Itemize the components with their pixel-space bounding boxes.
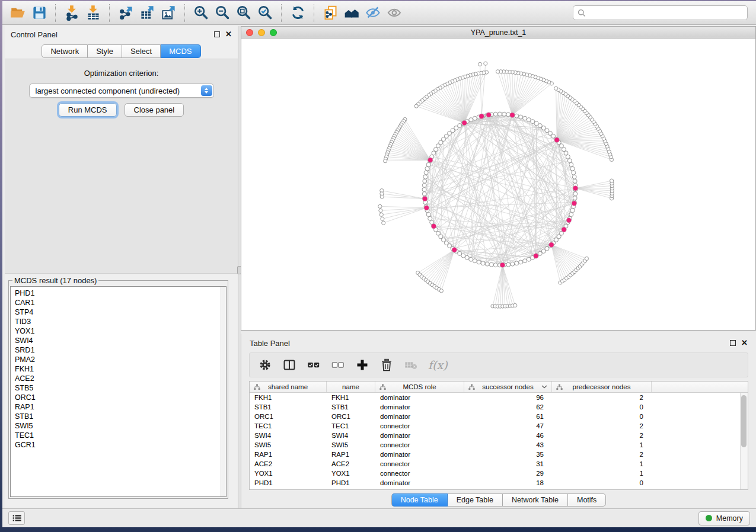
mcds-result-item[interactable]: STB1 — [15, 412, 226, 421]
cell-name: RAP1 — [327, 450, 375, 459]
tab-style[interactable]: Style — [88, 44, 122, 58]
import-network-button[interactable] — [61, 3, 82, 23]
zoom-in-icon — [193, 5, 209, 21]
duplicate-network-button[interactable] — [320, 3, 341, 23]
function-builder-icon[interactable]: f(x) — [428, 358, 448, 371]
split-panel-button[interactable] — [282, 358, 296, 372]
network-window-titlebar[interactable]: YPA_prune.txt_1 — [241, 27, 755, 39]
float-panel-icon[interactable] — [214, 31, 220, 37]
minimize-window-button[interactable] — [258, 29, 265, 36]
tree-icon — [468, 384, 475, 390]
mcds-tab-panel: Optimization criterion: largest connecte… — [5, 59, 238, 274]
column-header-predecessor-nodes[interactable]: predecessor nodes — [552, 382, 652, 392]
zoom-selected-button[interactable] — [254, 3, 276, 23]
export-image-button[interactable] — [158, 3, 179, 23]
save-session-button[interactable] — [28, 3, 50, 23]
table-scrollbar-thumb[interactable] — [741, 395, 747, 447]
cell-MCDS-role: dominator — [375, 450, 464, 459]
mcds-result-item[interactable]: STP4 — [15, 307, 226, 317]
close-table-panel-icon[interactable]: ✕ — [741, 340, 748, 346]
show-graphics-details-button[interactable] — [384, 3, 405, 23]
export-network-button[interactable] — [115, 3, 136, 23]
close-panel-icon[interactable]: ✕ — [225, 31, 232, 37]
control-panel: Control Panel ✕ NetworkStyleSelectMCDS O… — [5, 26, 238, 508]
table-row[interactable]: SWI4SWI4dominator462 — [250, 431, 740, 440]
mcds-result-item[interactable]: FKH1 — [15, 364, 226, 374]
zoom-in-button[interactable] — [190, 3, 212, 23]
close-panel-button[interactable]: Close panel — [125, 103, 184, 117]
column-header-MCDS-role[interactable]: MCDS role — [375, 382, 464, 392]
add-column-button[interactable] — [355, 358, 369, 372]
cell-name: SWI5 — [327, 440, 375, 450]
hide-graphics-details-button[interactable] — [362, 3, 384, 23]
mcds-result-item[interactable]: ACE2 — [15, 374, 226, 383]
mcds-result-item[interactable]: RAP1 — [15, 402, 226, 412]
cell-name: TEC1 — [327, 421, 375, 431]
tab-mcds[interactable]: MCDS — [161, 44, 200, 58]
table-row[interactable]: PHD1PHD1dominator180 — [250, 478, 740, 488]
mcds-result-item[interactable]: CAR1 — [15, 298, 226, 307]
mcds-result-item[interactable]: STB5 — [15, 383, 226, 393]
mcds-result-item[interactable]: SRD1 — [15, 345, 226, 355]
criterion-dropdown[interactable]: largest connected component (undirected) — [29, 84, 214, 98]
delete-table-button[interactable] — [404, 358, 418, 372]
float-table-panel-icon[interactable] — [730, 340, 736, 346]
run-mcds-button[interactable]: Run MCDS — [59, 103, 117, 117]
mcds-result-item[interactable]: SWI4 — [15, 336, 226, 345]
maximize-window-button[interactable] — [270, 29, 277, 36]
column-header-successor-nodes[interactable]: successor nodes — [464, 382, 552, 392]
refresh-button[interactable] — [287, 3, 308, 23]
duplicate-network-icon — [323, 5, 339, 21]
import-table-button[interactable] — [82, 3, 104, 23]
mcds-result-item[interactable]: TID3 — [15, 317, 226, 326]
mcds-result-item[interactable]: PHD1 — [15, 289, 226, 298]
zoom-selected-icon — [257, 5, 273, 21]
table-row[interactable]: TEC1TEC1connector472 — [250, 421, 740, 431]
table-row[interactable]: RAP1RAP1dominator352 — [250, 450, 740, 459]
tab-network-table[interactable]: Network Table — [503, 493, 568, 507]
network-canvas[interactable] — [241, 39, 755, 330]
cell-shared-name: SWI4 — [250, 431, 327, 440]
table-row[interactable]: ORC1ORC1dominator610 — [250, 412, 740, 421]
task-history-button[interactable] — [8, 511, 25, 525]
export-table-button[interactable] — [136, 3, 158, 23]
close-window-button[interactable] — [246, 29, 253, 36]
mcds-result-item[interactable]: ORC1 — [15, 393, 226, 402]
open-file-button[interactable] — [7, 3, 28, 23]
overview-button[interactable] — [341, 3, 362, 23]
mcds-result-item[interactable]: PMA2 — [15, 355, 226, 364]
mcds-result-list[interactable]: PHD1CAR1STP4TID3YOX1SWI4SRD1PMA2FKH1ACE2… — [10, 286, 227, 497]
toolbar-separator — [109, 4, 110, 22]
column-header-name[interactable]: name — [327, 382, 375, 392]
mcds-result-item[interactable]: GCR1 — [15, 440, 226, 450]
delete-columns-button[interactable] — [379, 358, 394, 372]
cell-successor-nodes: 29 — [464, 469, 552, 478]
cell-predecessor-nodes: 2 — [552, 393, 652, 402]
table-row[interactable]: ACE2ACE2connector311 — [250, 459, 740, 469]
table-row[interactable]: SWI5SWI5connector431 — [250, 440, 740, 450]
deselect-all-columns-button[interactable] — [331, 358, 345, 372]
memory-button[interactable]: Memory — [698, 511, 750, 525]
mcds-result-item[interactable]: SWI5 — [15, 421, 226, 431]
table-row[interactable]: YOX1YOX1connector291 — [250, 469, 740, 478]
zoom-out-button[interactable] — [212, 3, 233, 23]
column-header-shared-name[interactable]: shared name — [250, 382, 327, 392]
zoom-fit-button[interactable] — [233, 3, 254, 23]
node-table: shared namenameMCDS rolesuccessor nodesp… — [249, 381, 748, 490]
tab-edge-table[interactable]: Edge Table — [448, 493, 503, 507]
table-settings-button[interactable] — [258, 358, 272, 372]
select-all-columns-button[interactable] — [307, 358, 321, 372]
mcds-result-item[interactable]: TEC1 — [15, 431, 226, 440]
cell-name: STB1 — [327, 402, 375, 412]
search-icon — [578, 9, 586, 17]
table-scrollbar — [740, 393, 748, 489]
search-input[interactable] — [589, 9, 743, 17]
tab-network[interactable]: Network — [42, 44, 88, 58]
mcds-result-item[interactable]: YOX1 — [15, 326, 226, 336]
mcds-list-scrollbar[interactable] — [221, 287, 226, 496]
tab-select[interactable]: Select — [122, 44, 161, 58]
tab-node-table[interactable]: Node Table — [391, 493, 448, 507]
table-row[interactable]: STB1STB1dominator620 — [250, 402, 740, 412]
tab-motifs[interactable]: Motifs — [568, 493, 606, 507]
table-row[interactable]: FKH1FKH1dominator962 — [250, 393, 740, 402]
